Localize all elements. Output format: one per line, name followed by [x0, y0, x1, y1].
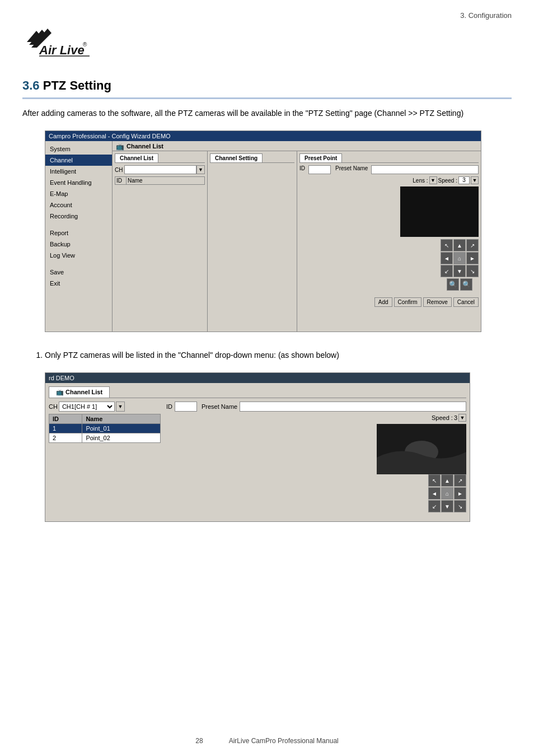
- ptz-up[interactable]: ▲: [453, 239, 466, 251]
- ptz2-home[interactable]: ⌂: [441, 487, 453, 500]
- id-field[interactable]: [308, 165, 331, 174]
- ptz-zoom-row: 🔍 🔍: [441, 278, 479, 291]
- sub-tab-preset-point[interactable]: Preset Point: [299, 153, 342, 162]
- ptz2-upleft[interactable]: ↖: [428, 474, 441, 487]
- preset-table-id-header: ID: [49, 414, 82, 424]
- ptz2-right[interactable]: ►: [454, 487, 466, 500]
- wizard-body: System Channel Intelligent Event Handlin…: [45, 141, 481, 332]
- wizard-sidebar: System Channel Intelligent Event Handlin…: [45, 141, 113, 332]
- speed-value: 3: [458, 176, 470, 184]
- chapter-ref: 3. Configuration: [460, 11, 512, 20]
- ch-label: CH: [115, 167, 124, 173]
- zoom-in-btn[interactable]: 🔍: [447, 278, 459, 291]
- ptz-upright[interactable]: ↗: [466, 239, 479, 251]
- tab-bar: 📺 Channel List: [113, 141, 481, 151]
- id-label: ID: [299, 165, 305, 174]
- page-footer: 28 AirLive CamPro Professional Manual: [0, 737, 534, 745]
- ptz2-left[interactable]: ◄: [428, 487, 441, 500]
- speed-dropdown-2[interactable]: ▼: [458, 414, 466, 422]
- sidebar-item-intelligent[interactable]: Intelligent: [45, 166, 112, 177]
- camera-view: [400, 186, 479, 237]
- action-row: Add Confirm Remove Cancel: [299, 295, 479, 307]
- ch-select[interactable]: CH1[CH # 1]: [59, 402, 115, 412]
- section-number: 3.6: [22, 78, 40, 92]
- sidebar-item-recording[interactable]: Recording: [45, 211, 112, 222]
- table-row[interactable]: 2 Point_02: [49, 433, 161, 443]
- manual-title: AirLive CamPro Professional Manual: [229, 737, 339, 745]
- ptz-downright[interactable]: ↘: [466, 265, 479, 277]
- sidebar-item-channel[interactable]: Channel: [45, 155, 112, 166]
- table-row[interactable]: 1 Point_01: [49, 424, 161, 433]
- list-item-1: Only PTZ cameras will be listed in the "…: [45, 349, 512, 361]
- wizard-title-bar-2: rd DEMO: [45, 373, 470, 383]
- sub-tab-channel-setting[interactable]: Channel Setting: [210, 153, 263, 162]
- logo-area: Air Live ®: [22, 25, 512, 62]
- sidebar-item-logview[interactable]: Log View: [45, 250, 112, 261]
- ch-dropdown-2[interactable]: ▼: [116, 402, 125, 412]
- speed-value-2: 3: [454, 414, 457, 421]
- sidebar-item-backup[interactable]: Backup: [45, 239, 112, 250]
- add-button[interactable]: Add: [374, 297, 392, 307]
- section-title: PTZ Setting: [43, 78, 111, 92]
- wizard-title: Campro Professional - Config Wizard DEMO: [49, 133, 171, 139]
- ptz-controls-2: ↖ ▲ ↗ ◄ ⌂ ► ↙ ▼ ↘: [428, 474, 466, 514]
- id-name-row-2: ID Preset Name: [166, 402, 466, 412]
- sidebar-item-account[interactable]: Account: [45, 199, 112, 211]
- speed-label: Speed :: [438, 178, 457, 184]
- sidebar-item-exit[interactable]: Exit: [45, 278, 112, 289]
- ch-input[interactable]: [124, 165, 196, 174]
- preset-name-label: Preset Name: [335, 165, 368, 174]
- wizard-box-1: Campro Professional - Config Wizard DEMO…: [45, 130, 481, 332]
- ptz2-up[interactable]: ▲: [441, 474, 453, 487]
- ptz2-upright[interactable]: ↗: [454, 474, 466, 487]
- ptz-left[interactable]: ◄: [441, 252, 453, 264]
- sidebar-item-emap[interactable]: E-Map: [45, 188, 112, 199]
- confirm-button[interactable]: Confirm: [394, 297, 421, 307]
- tab-channel-list-label[interactable]: Channel List: [127, 143, 163, 151]
- ch-dropdown[interactable]: ▼: [196, 165, 205, 174]
- row-1-name: Point_01: [82, 424, 161, 433]
- panel-channel-setting: Channel Setting: [208, 151, 297, 332]
- sub-tab-bar-3: Preset Point: [299, 153, 479, 163]
- row-2-name: Point_02: [82, 433, 161, 443]
- ch-row: CH ▼: [115, 165, 205, 174]
- ptz-upleft[interactable]: ↖: [441, 239, 453, 251]
- ptz-downleft[interactable]: ↙: [441, 265, 453, 277]
- remove-button[interactable]: Remove: [423, 297, 452, 307]
- sidebar-item-system[interactable]: System: [45, 143, 112, 155]
- preset-name-field[interactable]: [371, 165, 479, 174]
- tab2-channel-list[interactable]: 📺 Channel List: [49, 386, 110, 398]
- wizard-title-bar: Campro Professional - Config Wizard DEMO: [45, 131, 481, 141]
- sidebar-item-save[interactable]: Save: [45, 267, 112, 278]
- col-headers: ID Name: [115, 176, 205, 185]
- id-field-2[interactable]: [175, 402, 197, 412]
- panel-preset-point: Preset Point ID Preset Name Lens : ▼ Spe…: [297, 151, 481, 332]
- row-1-id: 1: [49, 424, 82, 433]
- ptz-controls: ↖ ▲ ↗ ◄ ⌂ ► ↙ ▼ ↘: [441, 239, 479, 291]
- col-id-header: ID: [115, 177, 127, 184]
- wizard-title-2: rd DEMO: [49, 375, 74, 381]
- wizard-body-2: 📺 Channel List CH CH1[CH # 1] ▼: [45, 383, 470, 521]
- ptz-down[interactable]: ▼: [453, 265, 466, 277]
- main-panel-2: CH CH1[CH # 1] ▼ ID Name: [49, 402, 466, 518]
- ptz2-down[interactable]: ▼: [441, 500, 453, 512]
- ch-label-2: CH: [49, 403, 58, 410]
- sub-tab-bar-1: Channel List: [115, 153, 205, 163]
- page-number: 28: [195, 737, 203, 745]
- lens-dropdown[interactable]: ▼: [429, 176, 437, 184]
- ptz2-downright[interactable]: ↘: [454, 500, 466, 512]
- preset-name-field-2[interactable]: [240, 402, 466, 412]
- sub-tab-channel-list[interactable]: Channel List: [115, 153, 158, 162]
- id-name-row: ID Preset Name: [299, 165, 479, 174]
- zoom-out-btn[interactable]: 🔍: [460, 278, 472, 291]
- ptz-right[interactable]: ►: [466, 252, 479, 264]
- ptz-home[interactable]: ⌂: [453, 252, 466, 264]
- cancel-button[interactable]: Cancel: [453, 297, 479, 307]
- ptz2-downleft[interactable]: ↙: [428, 500, 441, 512]
- sidebar-item-report[interactable]: Report: [45, 227, 112, 239]
- numbered-list: Only PTZ cameras will be listed in the "…: [45, 349, 512, 361]
- sidebar-item-event-handling[interactable]: Event Handling: [45, 177, 112, 188]
- speed-dropdown[interactable]: ▼: [471, 176, 479, 184]
- lens-label: Lens :: [413, 178, 428, 184]
- channel-list-icon: 📺: [116, 143, 124, 151]
